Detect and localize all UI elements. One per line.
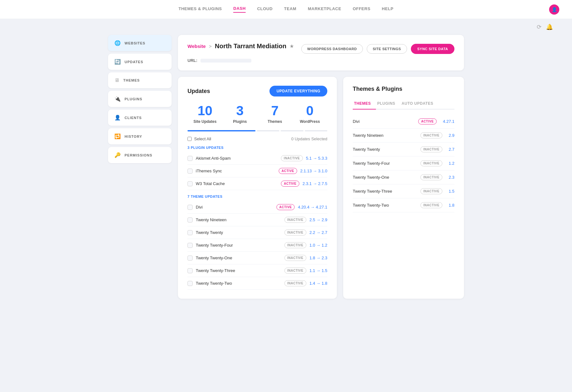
theme-t24-version: 1.2 (449, 161, 454, 166)
theme-t21-version: 2.3 (449, 175, 454, 180)
tab-themes[interactable]: THEMES (353, 99, 376, 110)
tab-auto-updates[interactable]: AUTO UPDATES (400, 99, 439, 110)
ithemes-status: ACTIVE (279, 168, 297, 174)
nav-themes-plugins[interactable]: THEMES & PLUGINS (179, 6, 222, 12)
wordpress-dashboard-button[interactable]: WORDPRESS DASHBOARD (301, 44, 363, 54)
t24-version: 1.0 → 1.2 (310, 243, 327, 248)
select-all-checkbox[interactable] (187, 137, 192, 141)
t19-checkbox[interactable] (187, 217, 193, 223)
clients-icon: 👤 (114, 115, 121, 121)
nav-marketplace[interactable]: MARKETPLACE (308, 6, 341, 12)
theme-t19-status: INACTIVE (420, 132, 442, 138)
stats-row: 10 Site Updates 3 Plugins 7 Themes 0 Wor… (187, 104, 327, 124)
ithemes-name: iThemes Sync (196, 169, 276, 173)
theme-t23-name: Twenty Twenty-Three (353, 189, 417, 194)
nav-dash[interactable]: DASH (233, 6, 246, 13)
t20-status: INACTIVE (284, 229, 306, 236)
nav-offers[interactable]: OFFERS (353, 6, 371, 12)
theme-t23-version: 1.5 (449, 189, 454, 194)
update-row-t22: Twenty Twenty-Two INACTIVE 1.4 → 1.8 (187, 277, 327, 290)
t22-checkbox[interactable] (187, 281, 193, 286)
t22-status: INACTIVE (284, 280, 306, 286)
sidebar-item-websites[interactable]: 🌐 WEBSITES (108, 35, 172, 51)
site-actions: WORDPRESS DASHBOARD SITE SETTINGS SYNC S… (301, 44, 454, 54)
star-icon[interactable]: ★ (289, 43, 294, 49)
nav-team[interactable]: TEAM (284, 6, 296, 12)
t20-checkbox[interactable] (187, 230, 193, 235)
stat-site-updates: 10 Site Updates (187, 104, 222, 124)
nav-help[interactable]: HELP (382, 6, 394, 12)
sidebar-item-permissions[interactable]: 🔑 PERMISSIONS (108, 147, 172, 163)
ithemes-checkbox[interactable] (187, 169, 193, 174)
permissions-icon: 🔑 (114, 152, 121, 158)
update-row-t21: Twenty Twenty-One INACTIVE 1.8 → 2.3 (187, 252, 327, 264)
t23-checkbox[interactable] (187, 268, 193, 273)
updates-header: Updates UPDATE EVERYTHING (187, 86, 327, 96)
theme-t23-status: INACTIVE (420, 188, 442, 194)
theme-row-t22: Twenty Twenty-Two INACTIVE 1.8 (353, 198, 454, 212)
plugin-section-header: 3 PLUGIN UPDATES (187, 146, 327, 149)
content-area: Website > North Tarrant Mediation ★ WORD… (178, 35, 464, 299)
stat-label-site: Site Updates (187, 119, 222, 124)
sidebar-item-clients[interactable]: 👤 CLIENTS (108, 110, 172, 126)
update-row-t20: Twenty Twenty INACTIVE 2.2 → 2.7 (187, 226, 327, 239)
t19-version: 2.5 → 2.9 (310, 217, 327, 222)
select-all-label[interactable]: Select All (187, 136, 211, 141)
sync-site-data-button[interactable]: SYNC SITE DATA (411, 44, 454, 54)
t21-checkbox[interactable] (187, 256, 193, 261)
sidebar-item-plugins[interactable]: 🔌 PLUGINS (108, 91, 172, 107)
stat-number-themes: 7 (257, 104, 292, 117)
stat-number-site: 10 (187, 104, 222, 117)
theme-t20-name: Twenty Twenty (353, 147, 417, 152)
sidebar-label-themes: THEMES (123, 78, 140, 82)
sidebar-label-websites: WEBSITES (125, 41, 145, 45)
action-bar: ⟳ 🔔 (0, 19, 572, 35)
t21-version: 1.8 → 2.3 (310, 256, 327, 260)
main-layout: 🌐 WEBSITES 🔄 UPDATES 🖥 THEMES 🔌 PLUGINS … (95, 35, 477, 311)
stat-number-wp: 0 (292, 104, 327, 117)
stat-label-themes: Themes (257, 119, 292, 124)
ithemes-version: 2.1.13 → 3.1.0 (300, 169, 327, 173)
t21-status: INACTIVE (284, 255, 306, 261)
refresh-icon[interactable]: ⟳ (537, 23, 541, 30)
update-everything-button[interactable]: UPDATE EVERYTHING (269, 86, 327, 96)
stat-label-plugins: Plugins (222, 119, 257, 124)
sidebar-item-history[interactable]: 🔁 HISTORY (108, 128, 172, 144)
w3-checkbox[interactable] (187, 181, 193, 186)
breadcrumb-website[interactable]: Website (187, 43, 206, 49)
akismet-name: Akismet Anti-Spam (196, 156, 278, 161)
theme-t19-name: Twenty Nineteen (353, 133, 417, 138)
nav-links: THEMES & PLUGINS DASH CLOUD TEAM MARKETP… (179, 6, 394, 13)
site-header-row: Website > North Tarrant Mediation ★ WORD… (187, 43, 454, 55)
themes-tabs: THEMES PLUGINS AUTO UPDATES (353, 99, 454, 110)
theme-row-divi: Divi ACTIVE 4.27.1 (353, 115, 454, 129)
bell-icon[interactable]: 🔔 (546, 23, 553, 30)
t24-checkbox[interactable] (187, 243, 193, 248)
updates-count: 0 Updates Selected (291, 136, 327, 141)
update-row-akismet: Akismet Anti-Spam INACTIVE 5.1 → 5.3.3 (187, 152, 327, 165)
update-row-ithemes: iThemes Sync ACTIVE 2.1.13 → 3.1.0 (187, 165, 327, 177)
w3-version: 2.3.1 → 2.7.5 (303, 181, 327, 186)
t19-status: INACTIVE (284, 217, 306, 223)
site-settings-button[interactable]: SITE SETTINGS (367, 44, 407, 54)
akismet-status: INACTIVE (281, 155, 303, 161)
divi-checkbox[interactable] (187, 205, 193, 210)
theme-t21-name: Twenty Twenty-One (353, 175, 417, 180)
t22-name: Twenty Twenty-Two (196, 281, 281, 286)
user-avatar[interactable]: 👤 (549, 4, 559, 15)
theme-row-t23: Twenty Twenty-Three INACTIVE 1.5 (353, 184, 454, 198)
sidebar-item-updates[interactable]: 🔄 UPDATES (108, 54, 172, 70)
tab-plugins[interactable]: PLUGINS (376, 99, 400, 110)
update-row-t23: Twenty Twenty-Three INACTIVE 1.1 → 1.5 (187, 264, 327, 277)
theme-t22-name: Twenty Twenty-Two (353, 203, 417, 208)
updates-title: Updates (187, 88, 210, 95)
stat-wordpress: 0 WordPress (292, 104, 327, 124)
stat-plugins: 3 Plugins (222, 104, 257, 124)
akismet-checkbox[interactable] (187, 156, 193, 161)
sidebar-item-themes[interactable]: 🖥 THEMES (108, 72, 172, 88)
theme-row-t20: Twenty Twenty INACTIVE 2.7 (353, 143, 454, 156)
top-nav: THEMES & PLUGINS DASH CLOUD TEAM MARKETP… (0, 0, 572, 19)
two-col-layout: Updates UPDATE EVERYTHING 10 Site Update… (178, 77, 464, 299)
nav-cloud[interactable]: CLOUD (257, 6, 273, 12)
update-row-t24: Twenty Twenty-Four INACTIVE 1.0 → 1.2 (187, 239, 327, 252)
